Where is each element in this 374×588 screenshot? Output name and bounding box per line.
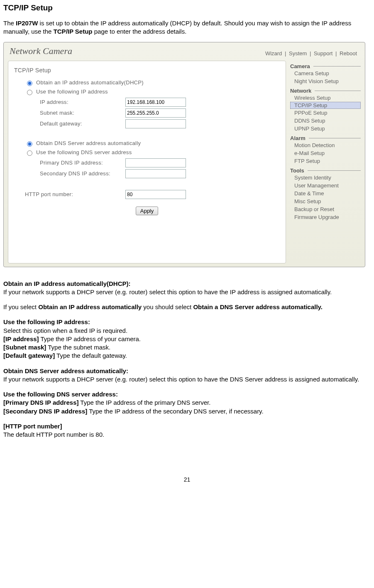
s4-p-b: Type the IP address of the primary DNS s… xyxy=(78,399,210,406)
ip-label: IP address: xyxy=(40,99,125,105)
s2-mask-b: Type the subnet mask. xyxy=(46,344,110,351)
sidebar-item-motion[interactable]: Motion Detection xyxy=(290,141,361,149)
cat-alarm: Alarm xyxy=(290,135,306,141)
s2-body: Select this option when a fixed IP is re… xyxy=(3,327,371,335)
radio-dns-manual-label: Use the following DNS server address xyxy=(36,149,132,155)
intro-t1: The xyxy=(3,20,16,27)
form-area: TCP/IP Setup Obtain an IP address automa… xyxy=(8,61,286,263)
s4-s-b: Type the IP address of the secondary DNS… xyxy=(87,408,263,415)
s3-heading: Obtain DNS Server address automatically: xyxy=(3,367,128,374)
sdns-label: Secondary DNS IP address: xyxy=(40,170,125,177)
sidebar-item-ftp[interactable]: FTP Setup xyxy=(290,157,361,165)
radio-dns-auto-label: Obtain DNS Server address automatically xyxy=(36,140,141,146)
gw-label: Default gateway: xyxy=(40,121,125,127)
s1b-b2: Obtain a DNS Server address automaticall… xyxy=(193,303,323,310)
sidebar-item-datetime[interactable]: Date & Time xyxy=(290,189,361,197)
radio-static-label: Use the following IP address xyxy=(36,89,108,95)
s4-s-h: [Secondary DNS IP address] xyxy=(3,408,87,415)
sdns-input[interactable] xyxy=(125,169,186,178)
intro-paragraph: The IP207W is set up to obtain the IP ad… xyxy=(3,19,371,36)
sidebar-item-email[interactable]: e-Mail Setup xyxy=(290,149,361,157)
page-title: TCP/IP Setup xyxy=(3,3,371,12)
s2-ip-h: [IP address] xyxy=(3,335,39,342)
s5-heading: [HTTP port number] xyxy=(3,423,62,430)
sidebar-item-misc[interactable]: Misc Setup xyxy=(290,197,361,205)
cat-tools: Tools xyxy=(290,167,304,174)
sidebar-item-pppoe[interactable]: PPPoE Setup xyxy=(290,109,361,117)
radio-dhcp-label: Obtain an IP address automatically(DHCP) xyxy=(36,79,144,86)
sidebar-item-upnp[interactable]: UPNP Setup xyxy=(290,125,361,133)
s2-gw-h: [Default gateway] xyxy=(3,352,55,359)
gw-input[interactable] xyxy=(125,119,186,128)
apply-button[interactable]: Apply xyxy=(136,207,159,215)
s4-p-h: [Primary DNS IP address] xyxy=(3,399,78,406)
ip-input[interactable] xyxy=(125,98,186,107)
sidebar-item-users[interactable]: User Management xyxy=(290,182,361,189)
s1b-b1: Obtain an IP address automatically xyxy=(38,303,142,310)
s2-ip-b: Type the IP address of your camera. xyxy=(39,335,141,342)
sidebar-item-backup[interactable]: Backup or Reset xyxy=(290,205,361,213)
s4-heading: Use the following DNS server address: xyxy=(3,391,118,398)
s1b-t2: you should select xyxy=(142,303,193,310)
cat-network: Network xyxy=(290,88,311,94)
nav-wizard[interactable]: Wizard xyxy=(265,50,282,57)
device-brand: Network Camera xyxy=(10,46,72,57)
radio-dns-manual[interactable] xyxy=(27,150,32,156)
s2-heading: Use the following IP address: xyxy=(3,318,90,325)
nav-reboot[interactable]: Reboot xyxy=(340,50,357,57)
radio-dhcp[interactable] xyxy=(27,81,32,86)
sidebar-item-ddns[interactable]: DDNS Setup xyxy=(290,117,361,125)
s1b-t1: If you select xyxy=(3,303,38,310)
pdns-label: Primary DNS IP address: xyxy=(40,160,125,166)
nav-system[interactable]: System xyxy=(289,50,307,57)
top-nav: Wizard | System | Support | Reboot xyxy=(264,50,358,57)
form-title: TCP/IP Setup xyxy=(14,67,280,74)
page-number: 21 xyxy=(3,476,371,483)
cat-camera: Camera xyxy=(290,63,310,69)
sidebar-item-identity[interactable]: System Identity xyxy=(290,174,361,182)
radio-dns-auto[interactable] xyxy=(27,141,32,147)
s2-gw-b: Type the default gateway. xyxy=(55,352,127,359)
sidebar-item-wireless[interactable]: Wireless Setup xyxy=(290,94,361,102)
s5-body: The default HTTP port number is 80. xyxy=(3,431,371,439)
sidebar: Camera Camera Setup Night Vision Setup N… xyxy=(290,61,361,263)
intro-t3: page to enter the address details. xyxy=(93,28,187,35)
intro-model: IP207W xyxy=(16,20,38,27)
s3-body: If your network supports a DHCP server (… xyxy=(3,375,371,384)
sidebar-item-tcpip[interactable]: TCP/IP Setup xyxy=(290,102,361,109)
sidebar-item-camera-setup[interactable]: Camera Setup xyxy=(290,69,361,77)
s1-heading: Obtain an IP address automatically(DHCP)… xyxy=(3,280,130,287)
http-label: HTTP port number: xyxy=(25,191,125,197)
s2-mask-h: [Subnet mask] xyxy=(3,344,46,351)
s1-body: If your network supports a DHCP server (… xyxy=(3,288,371,296)
sidebar-item-night-vision[interactable]: Night Vision Setup xyxy=(290,77,361,85)
mask-input[interactable] xyxy=(125,108,186,118)
explanation-block: Obtain an IP address automatically(DHCP)… xyxy=(3,280,371,439)
nav-support[interactable]: Support xyxy=(314,50,333,57)
intro-pagename: TCP/IP Setup xyxy=(54,28,93,35)
radio-static[interactable] xyxy=(27,90,32,95)
screenshot-panel: Network Camera Wizard | System | Support… xyxy=(3,42,365,267)
pdns-input[interactable] xyxy=(125,158,186,167)
mask-label: Subnet mask: xyxy=(40,110,125,116)
http-input[interactable] xyxy=(125,190,186,199)
sidebar-item-firmware[interactable]: Firmware Upgrade xyxy=(290,213,361,221)
